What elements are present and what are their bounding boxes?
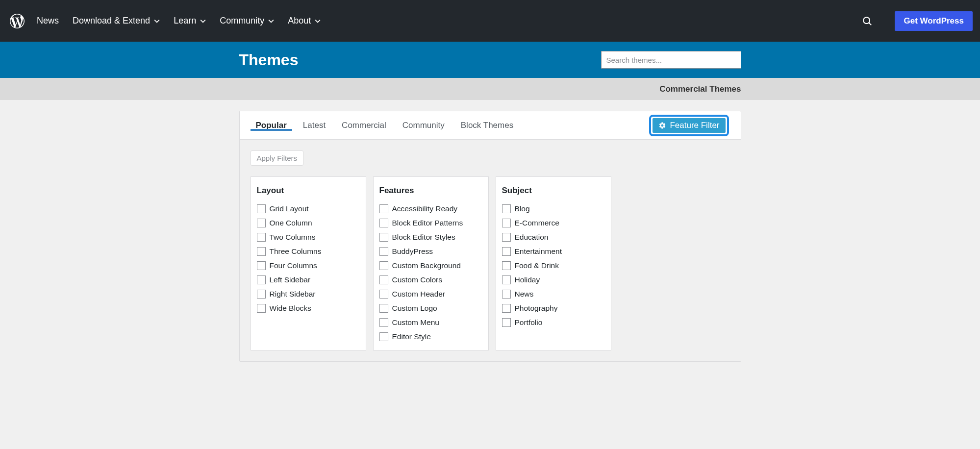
filter-card-layout: LayoutGrid LayoutOne ColumnTwo ColumnsTh… (251, 176, 366, 350)
feature-filter-button[interactable]: Feature Filter (653, 118, 725, 133)
checkbox-icon (379, 290, 388, 299)
checkbox-label: Custom Logo (392, 304, 437, 313)
nav-item-download[interactable]: Download & Extend (73, 16, 160, 26)
tab-block-themes[interactable]: Block Themes (455, 121, 519, 130)
tab-label: Community (402, 121, 445, 130)
tab-popular[interactable]: Popular (251, 121, 292, 130)
nav-right: Get WordPress (862, 11, 973, 31)
checkbox-icon (502, 247, 511, 256)
checkbox-label: Right Sidebar (270, 290, 316, 299)
checkbox-icon (379, 275, 388, 284)
tab-label: Commercial (342, 121, 386, 130)
page-title: Themes (239, 51, 299, 69)
checkbox-label: Custom Menu (392, 318, 439, 327)
checkbox-icon (379, 304, 388, 313)
filter-checkbox-row[interactable]: Custom Colors (379, 275, 482, 284)
chevron-down-icon (154, 18, 160, 24)
themes-banner: Themes (0, 42, 980, 78)
commercial-themes-link[interactable]: Commercial Themes (659, 84, 741, 94)
checkbox-label: Left Sidebar (270, 275, 311, 284)
filter-group-title: Subject (502, 186, 605, 196)
checkbox-label: BuddyPress (392, 247, 433, 256)
tab-latest[interactable]: Latest (298, 121, 331, 130)
nav-item-community[interactable]: Community (220, 16, 274, 26)
checkbox-label: Grid Layout (270, 204, 309, 213)
nav-item-news[interactable]: News (37, 16, 59, 26)
filter-checkbox-row[interactable]: Block Editor Styles (379, 233, 482, 242)
filter-group-title: Layout (257, 186, 360, 196)
filter-checkbox-row[interactable]: Custom Menu (379, 318, 482, 327)
filter-checkbox-row[interactable]: Two Columns (257, 233, 360, 242)
get-wordpress-button[interactable]: Get WordPress (895, 11, 973, 31)
checkbox-label: Blog (515, 204, 530, 213)
filter-checkbox-row[interactable]: Editor Style (379, 332, 482, 341)
nav-label: News (37, 16, 59, 26)
filter-checkbox-row[interactable]: Portfolio (502, 318, 605, 327)
checkbox-icon (502, 290, 511, 299)
checkbox-label: Holiday (515, 275, 540, 284)
checkbox-label: Three Columns (270, 247, 322, 256)
filter-checkbox-row[interactable]: Grid Layout (257, 204, 360, 213)
filter-checkbox-row[interactable]: Food & Drink (502, 261, 605, 270)
filter-checkbox-row[interactable]: News (502, 290, 605, 299)
checkbox-icon (257, 290, 266, 299)
filter-checkbox-row[interactable]: Education (502, 233, 605, 242)
checkbox-label: One Column (270, 219, 312, 227)
filter-columns: LayoutGrid LayoutOne ColumnTwo ColumnsTh… (251, 176, 730, 350)
filter-checkbox-row[interactable]: Right Sidebar (257, 290, 360, 299)
filter-checkbox-row[interactable]: Four Columns (257, 261, 360, 270)
filter-card-features: FeaturesAccessibility ReadyBlock Editor … (373, 176, 489, 350)
checkbox-label: Two Columns (270, 233, 316, 242)
apply-filters-button[interactable]: Apply Filters (251, 150, 304, 166)
checkbox-label: Editor Style (392, 332, 431, 341)
checkbox-label: Photography (515, 304, 558, 313)
nav-left: News Download & Extend Learn Community A… (37, 16, 321, 26)
nav-item-about[interactable]: About (288, 16, 321, 26)
checkbox-icon (502, 275, 511, 284)
checkbox-label: Custom Colors (392, 275, 443, 284)
checkbox-label: Wide Blocks (270, 304, 311, 313)
checkbox-icon (379, 261, 388, 270)
filter-checkbox-row[interactable]: Blog (502, 204, 605, 213)
svg-point-0 (864, 17, 870, 24)
filter-checkbox-row[interactable]: Left Sidebar (257, 275, 360, 284)
filter-checkbox-row[interactable]: Photography (502, 304, 605, 313)
checkbox-label: Block Editor Styles (392, 233, 455, 242)
search-themes-input[interactable] (601, 51, 741, 69)
filter-checkbox-row[interactable]: Custom Logo (379, 304, 482, 313)
filter-checkbox-row[interactable]: Holiday (502, 275, 605, 284)
search-icon[interactable] (862, 16, 873, 26)
tab-commercial[interactable]: Commercial (336, 121, 392, 130)
tab-community[interactable]: Community (397, 121, 450, 130)
filter-checkbox-row[interactable]: Block Editor Patterns (379, 219, 482, 227)
svg-line-1 (869, 23, 872, 25)
filter-checkbox-row[interactable]: BuddyPress (379, 247, 482, 256)
checkbox-icon (502, 233, 511, 242)
chevron-down-icon (315, 18, 321, 24)
wordpress-logo-icon[interactable] (7, 11, 27, 31)
filter-checkbox-row[interactable]: E-Commerce (502, 219, 605, 227)
top-nav: News Download & Extend Learn Community A… (0, 0, 980, 42)
filter-checkbox-row[interactable]: One Column (257, 219, 360, 227)
checkbox-icon (257, 304, 266, 313)
checkbox-icon (257, 261, 266, 270)
checkbox-icon (502, 219, 511, 227)
feature-filter-highlight: Feature Filter (649, 115, 729, 136)
filter-checkbox-row[interactable]: Entertainment (502, 247, 605, 256)
checkbox-icon (379, 233, 388, 242)
checkbox-label: Custom Background (392, 261, 461, 270)
filter-body: Apply Filters LayoutGrid LayoutOne Colum… (240, 140, 741, 361)
checkbox-label: Food & Drink (515, 261, 559, 270)
checkbox-icon (257, 204, 266, 213)
filter-checkbox-row[interactable]: Custom Background (379, 261, 482, 270)
filter-checkbox-row[interactable]: Three Columns (257, 247, 360, 256)
checkbox-icon (257, 275, 266, 284)
checkbox-label: Entertainment (515, 247, 562, 256)
filter-checkbox-row[interactable]: Custom Header (379, 290, 482, 299)
filter-checkbox-row[interactable]: Accessibility Ready (379, 204, 482, 213)
tabs-row: Popular Latest Commercial Community Bloc… (240, 111, 741, 140)
filter-checkbox-row[interactable]: Wide Blocks (257, 304, 360, 313)
secondary-nav: Commercial Themes (0, 78, 980, 100)
nav-item-learn[interactable]: Learn (174, 16, 206, 26)
checkbox-icon (257, 219, 266, 227)
